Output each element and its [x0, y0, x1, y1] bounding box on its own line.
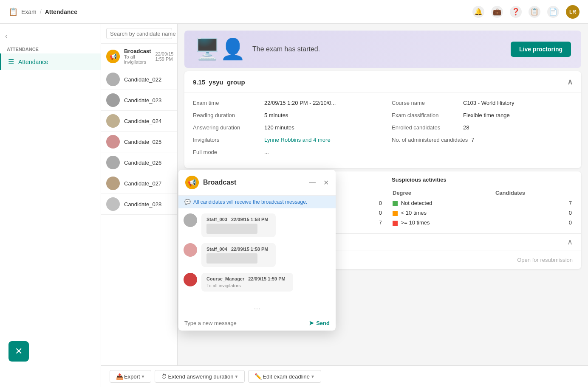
candidate-avatar: [106, 156, 120, 169]
sus-val-1: 0: [495, 208, 572, 217]
reading-value: 5 minutes: [264, 112, 288, 118]
candidate-avatar: [106, 114, 120, 128]
classification-label: Exam classification: [392, 112, 460, 118]
list-item[interactable]: Candidate_026: [101, 152, 177, 173]
modal-messages: Staff_003 22/09/15 1:58 PM Staff_004 22/…: [178, 208, 336, 303]
candidate-name: Candidate_023: [124, 97, 161, 104]
message-row-1: Staff_004 22/09/15 1:58 PM: [184, 243, 331, 267]
briefcase-icon[interactable]: 💼: [491, 6, 503, 18]
help-icon[interactable]: ❓: [510, 6, 522, 18]
attendance-icon: ☰: [8, 58, 14, 66]
exam-group-header: 9.15_ysyu_group ∧: [184, 71, 581, 93]
broadcast-avatar: 📢: [106, 50, 120, 63]
answering-value: 120 minutes: [264, 124, 294, 131]
extend-caret: ▼: [234, 374, 238, 379]
invigilators-value[interactable]: Lynne Robbins and 4 more: [264, 137, 331, 143]
fullmode-label: Full mode: [193, 149, 261, 155]
export-icon: 📤: [116, 373, 123, 380]
candidate-avatar: [106, 93, 120, 107]
sidebar: ‹ Attendance ☰ Attendance: [0, 24, 101, 387]
live-proctoring-button[interactable]: Live proctoring: [511, 42, 571, 57]
sus-col-degree: Degree: [393, 188, 495, 198]
topnav: 📋 Exam / Attendance 🔔 💼 ❓ 📋 📄 LR: [0, 0, 588, 24]
examtime-label: Exam time: [193, 100, 261, 106]
notifications-icon[interactable]: 🔔: [472, 6, 484, 18]
candidate-avatar: [106, 197, 120, 211]
fullmode-value: ...: [264, 149, 269, 155]
sidebar-item-attendance[interactable]: ☰ Attendance: [0, 53, 101, 70]
list-item[interactable]: Candidate_022: [101, 69, 177, 90]
course-label: Course name: [392, 100, 460, 106]
msg-meta-2: Course_Manager 22/09/15 1:59 PM: [206, 276, 288, 281]
broadcast-modal-icon: 📢: [185, 176, 199, 189]
send-label: Send: [316, 320, 330, 326]
sus-row-1: < 10 times: [393, 208, 495, 217]
close-x-button[interactable]: ✕: [8, 341, 29, 362]
second-card-chevron[interactable]: ∧: [567, 237, 573, 247]
exam-banner: 🖥️👤 The exam has started. Live proctorin…: [184, 31, 581, 68]
export-caret: ▼: [141, 374, 145, 379]
info-row-examtime: Exam time 22/09/15 1:20 PM - 22/10/0...: [193, 100, 374, 106]
list-icon[interactable]: 📋: [529, 6, 540, 18]
msg-avatar-manager: [184, 273, 197, 286]
suspicious-table: Degree Candidates Not detected 7: [392, 187, 573, 228]
table-row: >= 10 times 0: [393, 218, 572, 227]
nav-icons: 🔔 💼 ❓ 📋 📄 LR: [472, 5, 580, 19]
exam-group-title: 9.15_ysyu_group: [193, 79, 245, 86]
close-button[interactable]: ✕: [323, 179, 329, 187]
msg-image-0: [206, 224, 257, 234]
search-input[interactable]: [110, 31, 178, 37]
enrolled-value: 28: [463, 124, 469, 131]
candidate-name: Candidate_024: [124, 118, 161, 124]
brand-icon: 📋: [8, 7, 18, 17]
broadcast-item[interactable]: 📢 Broadcast To all invigilators 22/09/15…: [101, 44, 177, 69]
list-item[interactable]: Candidate_027: [101, 173, 177, 194]
examtime-value: 22/09/15 1:20 PM - 22/10/0...: [264, 100, 336, 106]
table-row: Not detected 7: [393, 199, 572, 208]
sidebar-toggle[interactable]: ‹: [0, 31, 101, 42]
bottom-toolbar: 📤 Export ▼ ⏱ Extend answering duration ▼…: [101, 365, 588, 387]
edit-deadline-button[interactable]: ✏️ Edit exam deadline ▼: [248, 370, 321, 383]
suspicious-box: Suspicious activities Degree Candidates …: [383, 177, 573, 228]
candidate-name: Candidate_028: [124, 201, 161, 208]
list-item[interactable]: Candidate_024: [101, 111, 177, 132]
sus-row-2: >= 10 times: [393, 218, 495, 227]
info-row-enrolled: Enrolled candidates 28: [392, 124, 573, 131]
send-icon: ➤: [309, 320, 314, 326]
exam-group-card: 9.15_ysyu_group ∧ Exam time 22/09/15 1:2…: [184, 71, 581, 168]
msg-meta-0: Staff_003 22/09/15 1:58 PM: [206, 217, 271, 222]
collapse-chevron[interactable]: ∧: [567, 77, 573, 87]
enrolled-label: Enrolled candidates: [392, 124, 460, 131]
message-row-2: Course_Manager 22/09/15 1:59 PM To all i…: [184, 273, 331, 292]
minimize-button[interactable]: —: [309, 179, 316, 186]
export-label: Export: [124, 373, 140, 380]
extend-label: Extend answering duration: [168, 373, 233, 380]
list-item[interactable]: Candidate_028: [101, 194, 177, 215]
broadcast-info: Broadcast To all invigilators: [124, 48, 151, 64]
list-item[interactable]: Candidate_023: [101, 90, 177, 111]
extend-icon: ⏱: [161, 373, 167, 380]
breadcrumb-exam[interactable]: Exam: [21, 8, 37, 15]
reading-label: Reading duration: [193, 112, 261, 118]
document-icon[interactable]: 📄: [547, 6, 559, 18]
resubmit-button: Open for resubmission: [517, 257, 573, 263]
msg-sub-2: To all invigilators: [206, 283, 288, 288]
extend-button[interactable]: ⏱ Extend answering duration ▼: [155, 370, 245, 383]
administered-value: 7: [471, 137, 474, 143]
classification-value: Flexible time range: [463, 112, 510, 118]
broadcast-modal: 📢 Broadcast — ✕ 💬 All candidates will re…: [178, 170, 336, 331]
msg-meta-1: Staff_004 22/09/15 1:58 PM: [206, 247, 271, 252]
banner-illustration: 🖥️👤: [195, 37, 246, 61]
export-button[interactable]: 📤 Export ▼: [110, 370, 151, 383]
info-row-course: Course name C103 - World History: [392, 100, 573, 106]
info-row-invigilators: Invigilators Lynne Robbins and 4 more: [193, 137, 374, 143]
send-button[interactable]: ➤ Send: [309, 320, 330, 326]
user-avatar[interactable]: LR: [566, 5, 580, 19]
info-row-reading: Reading duration 5 minutes: [193, 112, 374, 118]
candidate-avatar: [106, 177, 120, 190]
info-row-classification: Exam classification Flexible time range: [392, 112, 573, 118]
candidate-name: Candidate_025: [124, 139, 161, 145]
typing-indicator: ···: [178, 303, 336, 315]
message-input[interactable]: [184, 320, 305, 326]
list-item[interactable]: Candidate_025: [101, 132, 177, 152]
